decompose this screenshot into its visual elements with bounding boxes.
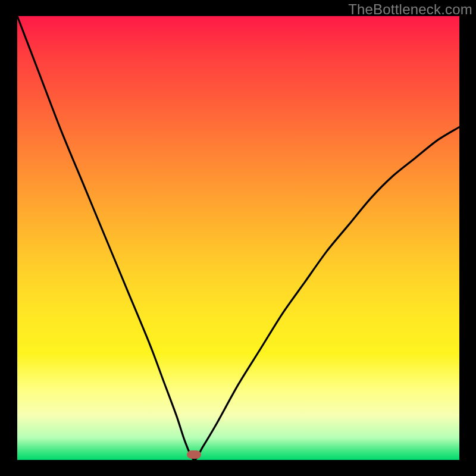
plot-area [17,16,459,460]
min-marker [187,450,201,459]
watermark-text: TheBottleneck.com [348,1,472,18]
chart-frame: TheBottleneck.com [0,0,476,476]
bottleneck-curve [17,16,459,460]
